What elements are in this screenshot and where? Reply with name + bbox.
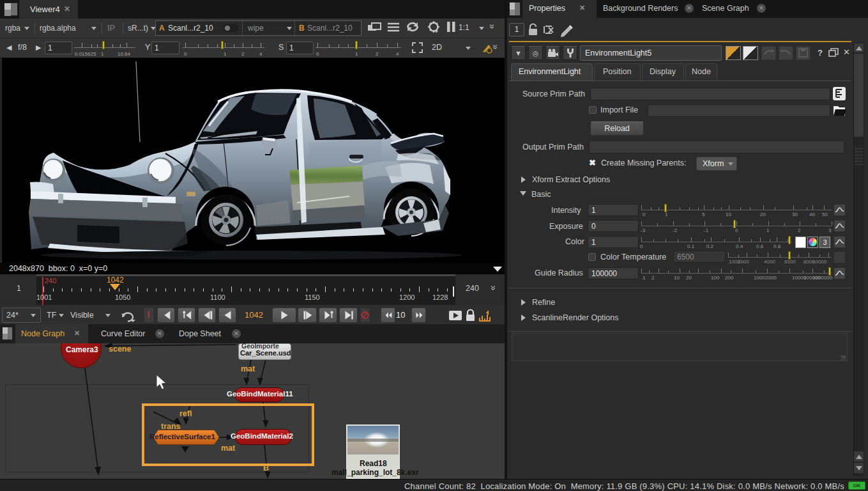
svg-text:1:1: 1:1 bbox=[459, 23, 469, 32]
